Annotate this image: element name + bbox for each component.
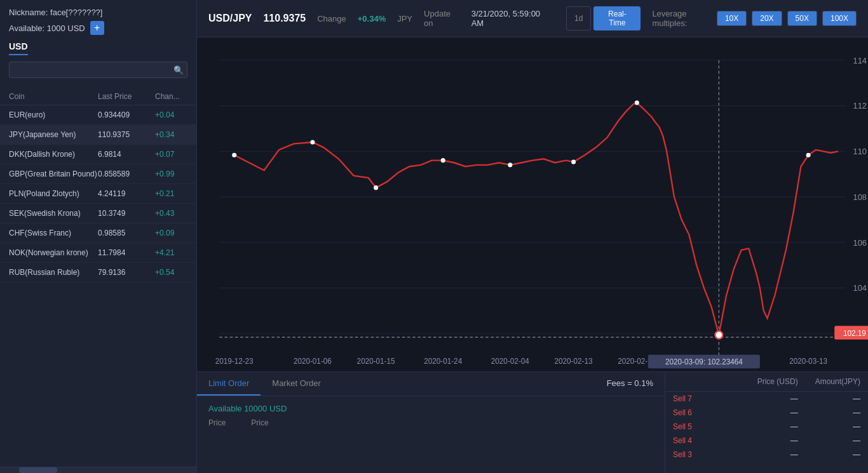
ob-col-label [673, 377, 735, 386]
last-price: 6.9814 [98, 150, 155, 159]
bottom-section: Limit Order Market Order Fees = 0.1% Ava… [197, 371, 868, 473]
coin-name: JPY(Japanese Yen) [9, 130, 98, 139]
time-btn-realtime[interactable]: Real-Time [593, 6, 641, 30]
svg-point-29 [232, 153, 236, 157]
order-panel: Limit Order Market Order Fees = 0.1% Ava… [197, 372, 665, 473]
svg-point-33 [508, 163, 512, 167]
tab-market-order[interactable]: Market Order [261, 372, 332, 396]
last-price: 0.98585 [98, 229, 155, 237]
leverage-20x[interactable]: 20X [752, 11, 782, 26]
svg-text:110: 110 [853, 147, 867, 156]
ob-col-price: Price (USD) [735, 377, 797, 386]
svg-text:108: 108 [853, 192, 867, 202]
change-value: +0.54 [155, 268, 193, 277]
table-row[interactable]: SEK(Swedish Krona)10.3749+0.43 [0, 204, 196, 223]
time-button-group: 1d Real-Time [566, 6, 641, 30]
pair-price: 110.9375 [263, 13, 306, 24]
sell-label: Sell 4 [673, 436, 735, 445]
order-body: Available 10000 USD Price Price [197, 396, 665, 435]
right-panel: USD/JPY 110.9375 Change +0.34% JPY Updat… [197, 0, 868, 473]
currency-tab-usd[interactable]: USD [9, 41, 28, 55]
svg-text:106: 106 [853, 237, 867, 247]
nickname-display: Nickname: face[???????] [9, 8, 187, 17]
table-row[interactable]: GBP(Great Britain Pound)0.858589+0.99 [0, 164, 196, 184]
svg-point-37 [806, 153, 811, 157]
last-price: 0.858589 [98, 170, 155, 178]
coin-name: EUR(euro) [9, 110, 98, 119]
leverage-100x[interactable]: 100X [822, 11, 857, 26]
chart-header: USD/JPY 110.9375 Change +0.34% JPY Updat… [197, 0, 868, 37]
available-row: Available: 1000 USD + [9, 21, 187, 35]
chart-area: 114 112 110 108 106 104 102.19 2019-12-2… [197, 37, 868, 371]
sell-label: Sell 3 [673, 450, 735, 459]
ob-sell-row: Sell 3—— [665, 448, 868, 462]
price-label-2: Price [251, 418, 268, 427]
search-row: 🔍 [9, 62, 187, 78]
svg-text:2019-12-23: 2019-12-23 [215, 357, 254, 366]
update-label: Update on [424, 9, 460, 28]
ob-col-amount: Amount(JPY) [798, 377, 860, 386]
table-row[interactable]: EUR(euro)0.934409+0.04 [0, 105, 196, 125]
sell-amount: — [798, 394, 860, 403]
scrollbar-thumb[interactable] [19, 467, 57, 473]
sell-amount: — [798, 450, 860, 459]
last-price: 79.9136 [98, 268, 155, 277]
svg-text:2020-03-09: 102.23464: 2020-03-09: 102.23464 [665, 357, 743, 366]
svg-text:2020-01-15: 2020-01-15 [357, 357, 395, 366]
sell-label: Sell 6 [673, 408, 735, 417]
col-change: Chan... [155, 92, 193, 101]
svg-text:2020-01-06: 2020-01-06 [294, 357, 332, 366]
ob-sell-row: Sell 7—— [665, 392, 868, 406]
sell-price: — [735, 450, 797, 459]
leverage-50x[interactable]: 50X [787, 11, 817, 26]
time-btn-1d[interactable]: 1d [566, 6, 591, 30]
svg-text:2020-02-04: 2020-02-04 [491, 357, 529, 366]
ob-sell-row: Sell 5—— [665, 420, 868, 434]
svg-text:114: 114 [853, 56, 867, 65]
left-top: Nickname: face[???????] Available: 1000 … [0, 0, 196, 88]
coin-name: RUB(Russian Ruble) [9, 268, 98, 277]
change-value: +0.99 [155, 170, 193, 178]
table-row[interactable]: NOK(Norwegian krone)11.7984+4.21 [0, 243, 196, 263]
table-row[interactable]: PLN(Poland Zlotych)4.24119+0.21 [0, 184, 196, 204]
svg-text:2020-01-24: 2020-01-24 [424, 357, 462, 366]
sell-price: — [735, 436, 797, 445]
sell-price: — [735, 394, 797, 403]
svg-point-36 [715, 331, 722, 339]
tab-limit-order[interactable]: Limit Order [197, 372, 261, 396]
add-funds-button[interactable]: + [90, 21, 104, 35]
coin-table: Coin Last Price Chan... EUR(euro)0.93440… [0, 88, 196, 467]
coin-name: NOK(Norwegian krone) [9, 248, 98, 257]
coin-name: CHF(Swiss Franc) [9, 229, 98, 237]
last-price: 0.934409 [98, 110, 155, 119]
ob-sell-row: Sell 4—— [665, 434, 868, 448]
svg-text:104: 104 [853, 283, 867, 293]
change-label: Change [317, 14, 346, 23]
coin-name: GBP(Great Britain Pound) [9, 170, 98, 178]
sell-label: Sell 5 [673, 422, 735, 431]
table-row[interactable]: JPY(Japanese Yen)110.9375+0.34 [0, 125, 196, 145]
change-value: +0.34% [358, 14, 386, 23]
fees-info: Fees = 0.1% [595, 372, 665, 396]
change-value: +4.21 [155, 248, 193, 257]
table-row[interactable]: DKK(Dallish Krone)6.9814+0.07 [0, 145, 196, 164]
chart-svg: 114 112 110 108 106 104 102.19 2019-12-2… [197, 37, 868, 371]
table-row[interactable]: RUB(Russian Ruble)79.9136+0.54 [0, 263, 196, 283]
sell-amount: — [798, 408, 860, 417]
sell-amount: — [798, 422, 860, 431]
coin-name: DKK(Dallish Krone) [9, 150, 98, 159]
svg-point-35 [635, 100, 639, 105]
table-header: Coin Last Price Chan... [0, 88, 196, 105]
last-price: 11.7984 [98, 248, 155, 257]
svg-point-31 [374, 185, 378, 190]
search-input[interactable] [9, 62, 187, 78]
coin-name: SEK(Swedish Krona) [9, 209, 98, 218]
coin-rows: EUR(euro)0.934409+0.04JPY(Japanese Yen)1… [0, 105, 196, 283]
svg-point-32 [441, 158, 445, 163]
horizontal-scrollbar[interactable] [0, 467, 196, 473]
last-price: 4.24119 [98, 189, 155, 198]
price-label-1: Price [208, 418, 226, 427]
svg-point-30 [310, 140, 315, 144]
table-row[interactable]: CHF(Swiss Franc)0.98585+0.09 [0, 223, 196, 243]
leverage-10x[interactable]: 10X [717, 11, 747, 26]
